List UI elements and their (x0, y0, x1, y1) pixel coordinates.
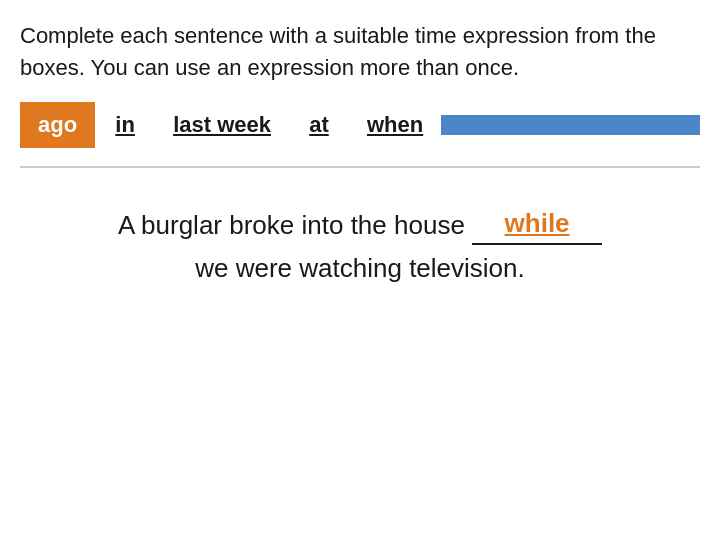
blank-underline: while (472, 243, 602, 245)
sentence-part2: we were watching television. (195, 253, 525, 283)
word-box-at[interactable]: at (289, 102, 349, 148)
word-box-in[interactable]: in (95, 102, 155, 148)
sentence-section: A burglar broke into the house while we … (20, 206, 700, 288)
word-box-when[interactable]: when (349, 102, 441, 148)
instructions-content: Complete each sentence with a suitable t… (20, 23, 656, 80)
word-box-extra-blue (441, 115, 700, 135)
word-box-last-week[interactable]: last week (155, 102, 289, 148)
sentence-line-1: A burglar broke into the house while (118, 206, 602, 245)
word-box-ago[interactable]: ago (20, 102, 95, 148)
sentence-line-2: we were watching television. (195, 249, 525, 288)
answer-text: while (505, 204, 570, 243)
divider (20, 166, 700, 168)
instructions-text: Complete each sentence with a suitable t… (20, 20, 700, 84)
sentence-part1: A burglar broke into the house (118, 210, 472, 240)
page-container: Complete each sentence with a suitable t… (0, 0, 720, 540)
word-boxes-row: ago in last week at when (20, 102, 700, 148)
